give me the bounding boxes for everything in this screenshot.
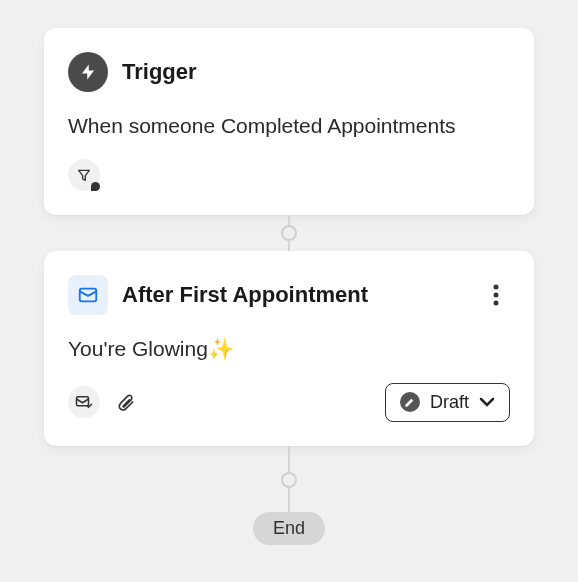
status-dropdown[interactable]: Draft xyxy=(385,383,510,422)
step-header: After First Appointment xyxy=(68,275,510,315)
trigger-header: Trigger xyxy=(68,52,510,92)
svg-rect-4 xyxy=(77,397,89,406)
email-icon xyxy=(68,275,108,315)
pencil-icon xyxy=(400,392,420,412)
connector-1 xyxy=(281,215,297,251)
connector-node xyxy=(281,472,297,488)
step-body: You're Glowing✨ xyxy=(68,335,510,362)
trigger-title: Trigger xyxy=(122,59,197,85)
connector-node xyxy=(281,225,297,241)
svg-point-2 xyxy=(494,293,499,298)
connector-line xyxy=(288,215,290,225)
connector-2 xyxy=(281,446,297,514)
connector-line xyxy=(288,488,290,514)
status-label: Draft xyxy=(430,392,469,413)
trigger-footer-icons xyxy=(68,159,100,191)
connector-line xyxy=(288,446,290,472)
step-footer: Draft xyxy=(68,383,510,422)
attachment-icon[interactable] xyxy=(110,386,142,418)
filter-icon[interactable] xyxy=(68,159,100,191)
svg-point-1 xyxy=(494,285,499,290)
end-badge: End xyxy=(253,512,325,545)
trigger-footer xyxy=(68,159,510,191)
email-check-icon[interactable] xyxy=(68,386,100,418)
connector-line xyxy=(288,241,290,251)
step-footer-icons xyxy=(68,386,142,418)
trigger-description: When someone Completed Appointments xyxy=(68,112,510,139)
chevron-down-icon xyxy=(479,393,495,411)
step-title: After First Appointment xyxy=(122,282,368,308)
person-badge-icon xyxy=(91,182,100,191)
more-options-button[interactable] xyxy=(482,281,510,309)
svg-point-3 xyxy=(494,301,499,306)
lightning-icon xyxy=(68,52,108,92)
step-card[interactable]: After First Appointment You're Glowing✨ … xyxy=(44,251,534,445)
trigger-card[interactable]: Trigger When someone Completed Appointme… xyxy=(44,28,534,215)
